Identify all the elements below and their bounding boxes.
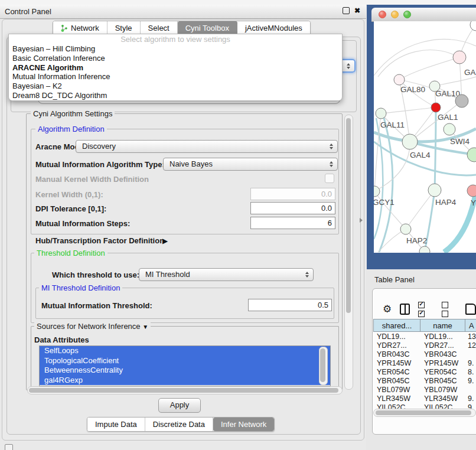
mi-type-value: Naive Bayes: [169, 159, 213, 168]
data-attribute-item[interactable]: TopologicalCoefficient: [40, 356, 330, 366]
settings-hscroll-thumb[interactable]: [29, 388, 338, 393]
network-window-titlebar[interactable]: [371, 8, 476, 22]
table-row[interactable]: YDL19...YDL19...13: [373, 332, 476, 341]
network-node[interactable]: [374, 186, 380, 197]
zoom-window-icon[interactable]: [403, 11, 411, 18]
table-cell: YBR043C: [373, 350, 420, 358]
gear-icon[interactable]: ⚙: [383, 304, 392, 314]
network-canvas[interactable]: GALGAL80GAL10GAL1GAL11SWI4GAL4GCY1HAP4YH…: [374, 21, 476, 253]
data-attributes-list[interactable]: SelfLoopsTopologicalCoefficientBetweenne…: [39, 345, 331, 386]
node-label: GAL4: [410, 151, 431, 159]
new-table-icon[interactable]: [465, 304, 476, 315]
aracne-mode-value: Discovery: [82, 142, 116, 151]
table-column-header[interactable]: A: [465, 319, 476, 332]
table-row[interactable]: YBR043CYBR043C: [373, 350, 476, 358]
tab-style[interactable]: Style: [107, 21, 141, 35]
dropdown-item[interactable]: ARACNE Algorithm: [9, 63, 342, 73]
table-cell: 9.: [465, 359, 476, 367]
settings-hscrollbar[interactable]: [27, 386, 343, 394]
threshold-definition-title: Threshold Definition: [34, 249, 107, 257]
table-cell: YER054C: [373, 368, 420, 376]
network-node[interactable]: [455, 94, 468, 107]
table-cell: 9.: [465, 394, 476, 403]
network-node[interactable]: [376, 108, 386, 119]
dropdown-item[interactable]: Basic Correlation Inference: [9, 54, 342, 63]
close-icon[interactable]: ✖: [354, 7, 360, 14]
dropdown-item[interactable]: Dream8 DC_TDC Algorithm: [9, 91, 342, 100]
table-column-header[interactable]: name: [420, 319, 465, 332]
expand-down-icon[interactable]: ▼: [142, 324, 148, 330]
attr-list-scrollbar[interactable]: [319, 347, 328, 385]
node-label: HAP4: [435, 198, 457, 207]
collapse-right-icon[interactable]: ▶: [162, 237, 168, 245]
mi-threshold-def-title: MI Threshold Definition: [39, 283, 122, 292]
table-hscrollbar[interactable]: [373, 409, 476, 417]
settings-vscroll-thumb[interactable]: [346, 118, 351, 313]
table-row[interactable]: YLR345WYLR345W9.: [373, 394, 476, 403]
table-cell: YBR045C: [420, 377, 465, 385]
table-row[interactable]: YIL052CYIL052C9: [373, 403, 476, 409]
network-node[interactable]: [428, 184, 441, 197]
tab-impute-data[interactable]: Impute Data: [87, 418, 145, 431]
data-attributes-label: Data Attributes: [34, 335, 89, 344]
network-node[interactable]: [431, 103, 441, 112]
table-row[interactable]: YER054CYER054C8.: [373, 367, 476, 376]
sources-title[interactable]: Sources for Network Inference ▼: [34, 322, 151, 331]
apply-button[interactable]: Apply: [158, 398, 201, 413]
which-threshold-combo[interactable]: MI Threshold: [139, 268, 314, 281]
table-row[interactable]: YBL079WYBL079W: [373, 385, 476, 394]
deselect-all-columns-icon[interactable]: [442, 300, 457, 318]
tab-discretize-data[interactable]: Discretize Data: [145, 418, 213, 431]
network-node[interactable]: [467, 185, 476, 197]
tab-network[interactable]: Network: [53, 21, 107, 35]
kernel-width-input[interactable]: 0.0: [250, 188, 335, 200]
dropdown-item[interactable]: Mutual Information Inference: [9, 72, 342, 81]
table-row[interactable]: YDR27...YDR27...12: [373, 341, 476, 350]
sources-title-text: Sources for Network Inference: [37, 322, 141, 331]
network-icon: [61, 24, 68, 32]
combo-arrows-icon: [330, 161, 333, 167]
table-cell: YBR043C: [420, 350, 465, 358]
node-label: GAL80: [400, 85, 425, 94]
table-hscroll-thumb[interactable]: [376, 410, 471, 415]
data-attribute-item[interactable]: SelfLoops: [40, 346, 330, 356]
dropdown-item[interactable]: Bayesian – K2: [9, 81, 342, 91]
data-attribute-item[interactable]: BetweennessCentrality: [40, 366, 330, 376]
close-window-icon[interactable]: [379, 11, 386, 18]
dpi-tolerance-input[interactable]: 0.0: [250, 202, 335, 214]
attr-list-scroll-thumb[interactable]: [320, 348, 325, 382]
table-column-header[interactable]: shared...: [373, 319, 420, 332]
settings-vscrollbar[interactable]: [344, 115, 353, 390]
dropdown-item[interactable]: Bayesian – Hill Climbing: [9, 44, 342, 54]
dpi-tolerance-label: DPI Tolerance [0,1]:: [35, 204, 106, 213]
mi-type-combo[interactable]: Naive Bayes: [163, 158, 338, 171]
aracne-mode-combo[interactable]: Discovery: [76, 140, 338, 153]
columns-icon[interactable]: [400, 304, 410, 315]
table-cell: YPR145W: [420, 359, 465, 367]
tab-jactivemnodules[interactable]: jActiveMNodules: [237, 21, 310, 35]
table-row[interactable]: YPR145WYPR145W9.: [373, 358, 476, 367]
network-node[interactable]: [453, 51, 466, 64]
network-node[interactable]: [470, 21, 476, 31]
tab-cyni-toolbox[interactable]: Cyni Toolbox: [178, 21, 237, 35]
select-all-columns-icon[interactable]: [418, 300, 433, 318]
table-toolbar: ⚙: [383, 300, 476, 318]
minimize-window-icon[interactable]: [391, 11, 399, 18]
mi-threshold-input[interactable]: 0.5: [248, 299, 332, 311]
tab-select[interactable]: Select: [141, 21, 178, 35]
splitpane-handle-icon[interactable]: [360, 218, 363, 223]
hub-section-label[interactable]: Hub/Transcription Factor Definition: [35, 236, 164, 245]
mi-steps-input[interactable]: 6: [250, 217, 335, 229]
table-row[interactable]: YBR045CYBR045C9.: [373, 376, 476, 385]
network-node[interactable]: [402, 134, 418, 149]
mini-window-icon[interactable]: [5, 444, 13, 450]
table-body: YDL19...YDL19...13YDR27...YDR27...12YBR0…: [373, 332, 476, 409]
data-attribute-item[interactable]: gal4RGexp: [40, 376, 330, 386]
network-node[interactable]: [444, 123, 455, 135]
network-node[interactable]: [400, 224, 411, 234]
float-window-icon[interactable]: [343, 7, 350, 14]
table-cell: YBL079W: [373, 386, 420, 394]
tab-infer-network[interactable]: Infer Network: [213, 418, 274, 431]
network-node[interactable]: [394, 74, 405, 85]
manual-kernel-checkbox[interactable]: [325, 174, 334, 183]
